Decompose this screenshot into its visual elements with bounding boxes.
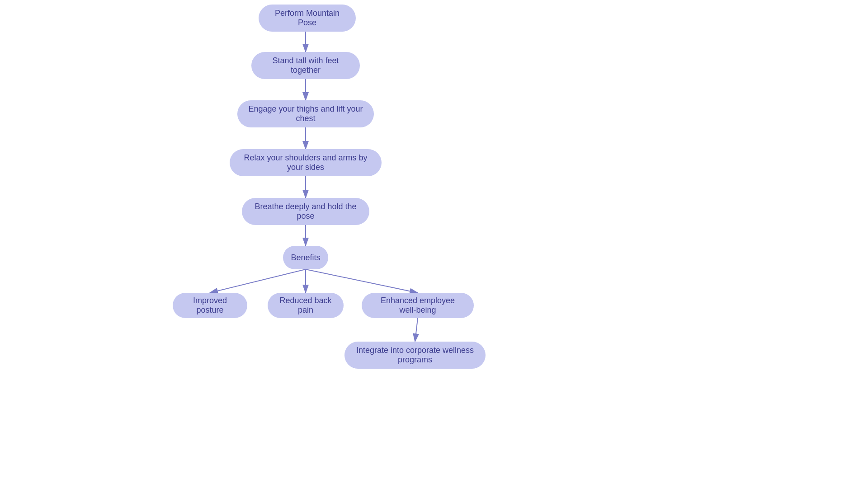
node-wellbeing: Enhanced employee well-being <box>362 293 474 318</box>
arrows-svg <box>0 0 868 488</box>
svg-line-8 <box>306 269 418 293</box>
node-breathe: Breathe deeply and hold the pose <box>242 198 369 225</box>
node-engage: Engage your thighs and lift your chest <box>237 100 374 127</box>
svg-line-9 <box>415 318 418 342</box>
node-posture: Improved posture <box>173 293 247 318</box>
flowchart: Perform Mountain Pose Stand tall with fe… <box>0 0 868 488</box>
node-back-pain: Reduced back pain <box>268 293 344 318</box>
svg-line-6 <box>210 269 306 293</box>
node-benefits: Benefits <box>283 246 328 269</box>
node-integrate: Integrate into corporate wellness progra… <box>344 342 486 369</box>
node-perform: Perform Mountain Pose <box>259 5 356 32</box>
node-relax: Relax your shoulders and arms by your si… <box>230 149 382 176</box>
node-stand: Stand tall with feet together <box>251 52 360 79</box>
